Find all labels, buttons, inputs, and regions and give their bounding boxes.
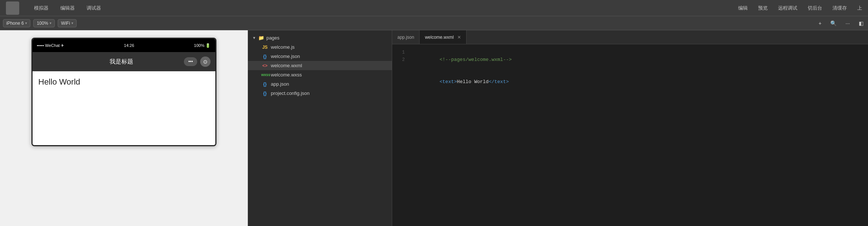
phone-status-bar: ••••• WeChat ✈ 14:26 100% 🔋 bbox=[33, 39, 215, 52]
phone-nav-circle-btn[interactable]: ⊙ bbox=[200, 56, 211, 67]
toolbar-remote-debug[interactable]: 远程调试 bbox=[778, 5, 797, 11]
file-tree-panel: ▼ 📁 pages JS welcome.js {} welcome.json … bbox=[248, 30, 392, 226]
file-welcome-js-label: welcome.js bbox=[271, 44, 295, 50]
folder-name: pages bbox=[266, 35, 279, 41]
file-app-json-label: app.json bbox=[271, 81, 289, 87]
toolbar-upload[interactable]: 上 bbox=[857, 5, 862, 11]
file-welcome-js[interactable]: JS welcome.js bbox=[248, 42, 392, 52]
editor-code-area: 1 2 <!--pages/welcome.wxml--> <text>Hell… bbox=[392, 44, 868, 226]
tab-close-icon[interactable]: ✕ bbox=[457, 35, 461, 40]
json-icon: {} bbox=[261, 54, 269, 59]
wxss-icon: wxss bbox=[261, 73, 269, 77]
network-selector[interactable]: WiFi ▾ bbox=[58, 19, 77, 27]
app-json-icon: {} bbox=[261, 82, 269, 87]
phone-nav-more-label: ••• bbox=[188, 59, 193, 64]
phone-nav-more-btn[interactable]: ••• bbox=[184, 57, 198, 66]
code-comment-1: <!--pages/welcome.wxml--> bbox=[440, 57, 512, 62]
phone-content: Hello World bbox=[33, 71, 215, 145]
network-chevron: ▾ bbox=[71, 21, 73, 25]
zoom-selector[interactable]: 100% ▾ bbox=[33, 19, 55, 27]
file-welcome-json[interactable]: {} welcome.json bbox=[248, 52, 392, 61]
device-selector[interactable]: iPhone 6 ▾ bbox=[3, 19, 30, 27]
phone-status-right: 100% 🔋 bbox=[194, 43, 211, 48]
network-label: WiFi bbox=[61, 21, 70, 26]
folder-pages[interactable]: ▼ 📁 pages bbox=[248, 33, 392, 42]
simulator-panel: ••••• WeChat ✈ 14:26 100% 🔋 我是标题 ••• ⊙ bbox=[0, 30, 248, 226]
project-json-icon: {} bbox=[261, 91, 269, 96]
toolbar-preview[interactable]: 预览 bbox=[758, 5, 768, 11]
zoom-label: 100% bbox=[37, 21, 48, 26]
line-number-2: 2 bbox=[392, 56, 405, 64]
menu-debugger[interactable]: 调试器 bbox=[87, 5, 101, 11]
file-welcome-wxss[interactable]: wxss welcome.wxss bbox=[248, 70, 392, 79]
code-tag-open: <text> bbox=[440, 79, 457, 85]
device-label: iPhone 6 bbox=[6, 21, 24, 26]
main-area: ••••• WeChat ✈ 14:26 100% 🔋 我是标题 ••• ⊙ bbox=[0, 30, 868, 226]
tab-welcome-wxml-label: welcome.wxml bbox=[425, 35, 454, 40]
add-icon[interactable]: + bbox=[817, 19, 823, 28]
tab-app-json[interactable]: app.json bbox=[392, 30, 420, 44]
toolbar-clear-cache[interactable]: 清缓存 bbox=[832, 5, 847, 11]
phone-nav-icons: ••• ⊙ bbox=[184, 56, 211, 67]
editor-panel: app.json welcome.wxml ✕ 1 2 <!--pages/we… bbox=[392, 30, 868, 226]
editor-tabs: app.json welcome.wxml ✕ bbox=[392, 30, 868, 44]
file-welcome-wxss-label: welcome.wxss bbox=[271, 72, 302, 78]
sub-toolbar: iPhone 6 ▾ 100% ▾ WiFi ▾ + 🔍 ··· ◧ bbox=[0, 16, 868, 30]
search-icon[interactable]: 🔍 bbox=[829, 19, 838, 28]
toolbar-edit[interactable]: 编辑 bbox=[738, 5, 748, 11]
menu-simulator[interactable]: 模拟器 bbox=[34, 5, 48, 11]
phone-battery: 100% 🔋 bbox=[194, 43, 211, 48]
phone-carrier: ••••• WeChat ✈ bbox=[37, 43, 64, 48]
phone-nav-title: 我是标题 bbox=[110, 58, 133, 66]
zoom-chevron: ▾ bbox=[50, 21, 51, 25]
file-app-json[interactable]: {} app.json bbox=[248, 79, 392, 89]
file-tree-content: ▼ 📁 pages JS welcome.js {} welcome.json … bbox=[248, 30, 392, 226]
code-text-content: Hello World bbox=[457, 79, 489, 85]
file-welcome-wxml-label: welcome.wxml bbox=[271, 63, 302, 68]
main-toolbar: 模拟器 编辑器 调试器 编辑 预览 远程调试 切后台 清缓存 上 bbox=[0, 0, 868, 16]
tab-app-json-label: app.json bbox=[397, 35, 414, 40]
file-project-config-json[interactable]: {} project.config.json bbox=[248, 89, 392, 98]
folder-triangle: ▼ bbox=[252, 36, 256, 40]
toolbar-background[interactable]: 切后台 bbox=[808, 5, 822, 11]
phone-time: 14:26 bbox=[124, 43, 134, 48]
folder-icon: 📁 bbox=[258, 35, 264, 41]
line-number-1: 1 bbox=[392, 49, 405, 56]
line-numbers: 1 2 bbox=[392, 49, 411, 222]
file-project-config-json-label: project.config.json bbox=[271, 90, 310, 96]
app-logo bbox=[6, 1, 19, 15]
js-icon: JS bbox=[261, 45, 269, 50]
phone-content-text: Hello World bbox=[38, 77, 80, 86]
code-line-2: <text>Hello World</text> bbox=[411, 71, 868, 93]
device-chevron: ▾ bbox=[25, 21, 27, 25]
toolbar-right: 编辑 预览 远程调试 切后台 清缓存 上 bbox=[738, 5, 862, 11]
menu-editor[interactable]: 编辑器 bbox=[60, 5, 75, 11]
editor-code[interactable]: <!--pages/welcome.wxml--> <text>Hello Wo… bbox=[411, 49, 868, 222]
phone-nav-bar: 我是标题 ••• ⊙ bbox=[33, 52, 215, 71]
phone-frame: ••••• WeChat ✈ 14:26 100% 🔋 我是标题 ••• ⊙ bbox=[31, 38, 216, 146]
file-welcome-json-label: welcome.json bbox=[271, 54, 300, 59]
phone-nav-circle-label: ⊙ bbox=[203, 59, 208, 65]
file-tree-toolbar-icons: + 🔍 ··· ◧ bbox=[817, 19, 865, 28]
more-icon[interactable]: ··· bbox=[844, 19, 851, 28]
file-welcome-wxml[interactable]: <> welcome.wxml bbox=[248, 61, 392, 70]
code-tag-close: </text> bbox=[489, 79, 509, 85]
phone-status-left: ••••• WeChat ✈ bbox=[37, 43, 64, 48]
tab-welcome-wxml[interactable]: welcome.wxml ✕ bbox=[420, 30, 467, 44]
code-line-1: <!--pages/welcome.wxml--> bbox=[411, 49, 868, 71]
toolbar-menu: 模拟器 编辑器 调试器 bbox=[34, 5, 101, 11]
collapse-icon[interactable]: ◧ bbox=[857, 19, 865, 28]
wxml-icon: <> bbox=[261, 63, 269, 68]
